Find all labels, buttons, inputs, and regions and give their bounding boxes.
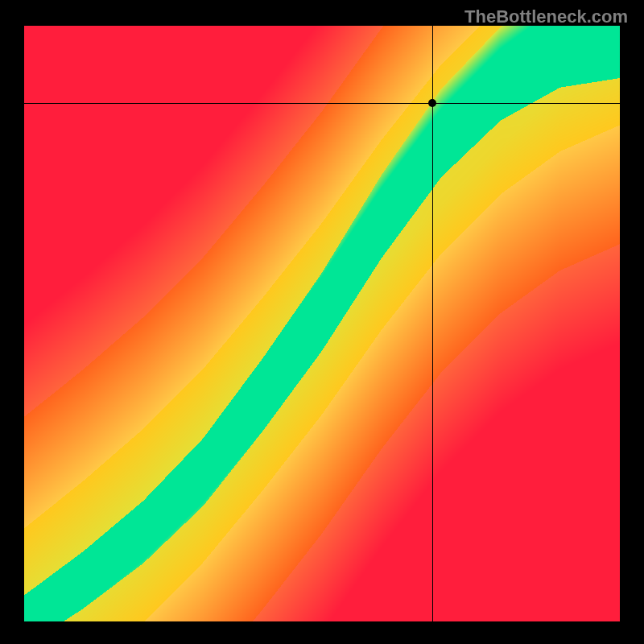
plot-area (24, 26, 620, 621)
heatmap-canvas (24, 26, 620, 621)
chart-container: TheBottleneck.com (0, 0, 644, 644)
crosshair-vertical (432, 26, 433, 621)
watermark-text: TheBottleneck.com (464, 6, 628, 27)
crosshair-horizontal (24, 103, 620, 104)
marker-point (428, 99, 436, 107)
